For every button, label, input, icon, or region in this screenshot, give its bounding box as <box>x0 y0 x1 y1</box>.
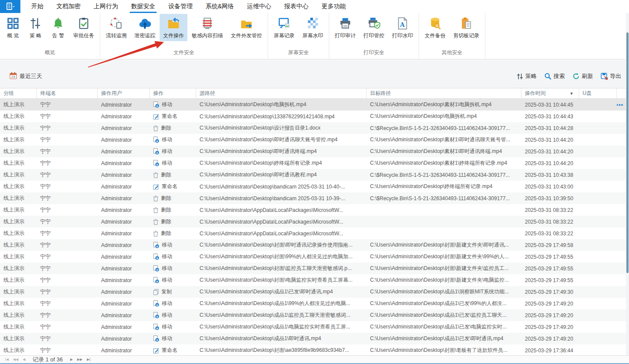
operation-label: 移动 <box>162 136 172 143</box>
table-row[interactable]: 线上演示宁宁Administrator重命名C:\Users\Administr… <box>0 110 626 122</box>
menu-tab-3[interactable]: 上网行为 <box>87 0 124 13</box>
table-row[interactable]: 线上演示宁宁Administrator移动C:\Users\Administra… <box>0 309 626 321</box>
vertical-scrollbar[interactable] <box>626 13 629 355</box>
menu-tab-8[interactable]: 报表中心 <box>278 0 315 13</box>
column-header-op[interactable]: 操作 <box>150 88 196 98</box>
toolbar-action-policy[interactable]: 策略 <box>517 72 537 80</box>
scrollbar-thumb[interactable] <box>626 32 629 273</box>
ribbon-button-overview[interactable]: 概 览 <box>2 14 24 41</box>
pager-last-button[interactable]: ▶| <box>85 358 92 361</box>
column-header-time[interactable]: 操作时间▼ <box>521 88 579 98</box>
column-header-user[interactable]: 操作用户 <box>98 88 150 98</box>
ribbon-button-flow-trace[interactable]: 流转追溯 <box>102 14 130 41</box>
table-row[interactable]: 线上演示宁宁Administrator移动C:\Users\Administra… <box>0 298 626 309</box>
menu-tab-6[interactable]: 系统&网络 <box>199 0 240 13</box>
table-row[interactable]: 线上演示宁宁Administrator重命名C:\Users\Administr… <box>0 181 626 192</box>
table-row[interactable]: 线上演示宁宁Administrator移动C:\Users\Administra… <box>0 134 626 146</box>
ribbon-button-screen-record[interactable]: 屏幕记录 <box>270 14 298 41</box>
app-menu-button[interactable] <box>0 0 20 13</box>
column-header-dst[interactable]: 目标路径 <box>367 88 521 98</box>
move-icon <box>153 277 159 283</box>
table-row[interactable]: 线上演示宁宁Administrator删除C:\Users\Administra… <box>0 204 626 216</box>
cell-group: 线上演示 <box>0 183 37 190</box>
pager-prev-page-button[interactable]: ◀◀ <box>12 358 20 361</box>
alarm-icon <box>52 17 65 30</box>
delete-icon <box>153 172 158 178</box>
ribbon-button-label: 文件外发管控 <box>231 32 262 39</box>
ribbon-button-policy[interactable]: 策 略 <box>25 14 46 41</box>
move-icon <box>153 324 159 330</box>
ribbon-button-file-backup[interactable]: 文件备份 <box>421 14 449 41</box>
ribbon-group-label: 其他安全 <box>421 47 483 59</box>
cell-operation: 移动 <box>150 101 196 108</box>
table-row[interactable]: 线上演示宁宁Administrator移动C:\Users\Administra… <box>0 146 626 157</box>
cell-operation-time: 2025-03-31 08:33:22 <box>521 219 579 225</box>
table-row[interactable]: 线上演示宁宁Administrator移动C:\Users\Administra… <box>0 274 626 286</box>
column-header-terminal[interactable]: 终端名 <box>37 88 98 98</box>
pager-first-button[interactable]: |◀ <box>3 358 10 361</box>
table-row[interactable]: 线上演示宁宁Administrator移动C:\Users\Administra… <box>0 99 626 110</box>
table-row[interactable]: 线上演示宁宁Administrator重命名C:\Users\Administr… <box>0 344 626 356</box>
menu-tab-2[interactable]: 文档加密 <box>50 0 87 13</box>
menu-tab-7[interactable]: 运维中心 <box>240 0 278 13</box>
column-header-group[interactable]: 分组 <box>0 88 37 98</box>
ribbon-button-leak-trace[interactable]: 泄密追踪 <box>131 14 159 41</box>
cell-operation: 移动 <box>150 335 196 342</box>
table-row[interactable]: 线上演示宁宁Administrator删除C:\Users\Administra… <box>0 216 626 228</box>
column-header-label: 终端名 <box>40 90 56 97</box>
cell-operation: 删除 <box>150 206 196 214</box>
ribbon-button-sensitive-scan[interactable]: 敏感内容扫描 <box>188 14 226 41</box>
pager-prev-button[interactable]: ◀ <box>21 358 26 361</box>
cell-source-path: C:\Users\Administrator\Desktop\成品1\已发\即时… <box>196 288 367 296</box>
ribbon-button-approval-tasks[interactable]: 审批任务 <box>70 14 98 41</box>
column-header-src[interactable]: 源路径 <box>196 88 367 98</box>
menu-tab-9[interactable]: 更多功能 <box>315 0 352 13</box>
column-header-usb[interactable]: U盘 <box>579 88 617 98</box>
search-icon <box>544 73 551 80</box>
ribbon-button-file-operation[interactable]: 文件操作 <box>160 14 187 41</box>
cell-operation: 重命名 <box>150 183 196 190</box>
table-row[interactable]: 线上演示宁宁Administrator移动C:\Users\Administra… <box>0 321 626 333</box>
ribbon-button-label: 文件备份 <box>425 32 446 39</box>
menu-tab-5[interactable]: 设备管理 <box>162 0 199 13</box>
row-more-actions-button[interactable]: ••• <box>617 101 623 108</box>
table-row[interactable]: 线上演示宁宁Administrator移动C:\Users\Administra… <box>0 251 626 263</box>
filter-toolbar: 23 最近三天 策略搜索刷新导出 <box>0 59 629 88</box>
ribbon-group: 打印审计打印管控A打印水印打印安全 <box>329 13 419 59</box>
ribbon-button-clipboard-record[interactable]: 剪切板记录 <box>450 14 483 41</box>
cell-group: 线上演示 <box>0 171 37 179</box>
ribbon-button-outgoing-control[interactable]: 文件外发管控 <box>227 14 265 41</box>
cell-operation-time: 2025-03-31 10:44:20 <box>521 160 579 166</box>
table-row[interactable]: 线上演示宁宁Administrator删除C:\Users\Administra… <box>0 228 626 239</box>
file-operation-icon <box>167 17 180 30</box>
table-row[interactable]: 线上演示宁宁Administrator移动C:\Users\Administra… <box>0 157 626 169</box>
cell-target-path: C:\Users\Administrator\Desktop\成品1\洞察眼MI… <box>367 288 521 296</box>
table-row[interactable]: 线上演示宁宁Administrator复制C:\Users\Administra… <box>0 286 626 298</box>
cell-user: Administrator <box>98 137 150 143</box>
toolbar-action-refresh[interactable]: 刷新 <box>573 72 593 80</box>
pager-next-button[interactable]: ▶ <box>69 358 74 361</box>
menu-tab-4[interactable]: 数据安全 <box>124 0 162 13</box>
date-range-filter[interactable]: 23 最近三天 <box>10 72 42 81</box>
table-row[interactable]: 线上演示宁宁Administrator移动C:\Users\Administra… <box>0 333 626 344</box>
menu-tab-1[interactable]: 开始 <box>25 0 50 13</box>
table-row[interactable]: 线上演示宁宁Administrator移动C:\Users\Administra… <box>0 263 626 274</box>
ribbon-button-print-watermark[interactable]: A打印水印 <box>389 14 416 41</box>
cell-user: Administrator <box>98 207 150 213</box>
cell-source-path: C:\Users\Administrator\Desktop\封面\监控员工聊天… <box>196 265 367 272</box>
cell-operation-time: 2025-03-29 17:49:20 <box>521 312 579 318</box>
pager-next-page-button[interactable]: ▶▶ <box>76 358 84 361</box>
table-row[interactable]: 线上演示宁宁Administrator删除C:\Users\Administra… <box>0 192 626 204</box>
cell-terminal: 宁宁 <box>37 288 98 296</box>
table-row[interactable]: 线上演示宁宁Administrator删除C:\Users\Administra… <box>0 122 626 134</box>
ribbon-button-print-control[interactable]: 打印管控 <box>360 14 388 41</box>
table-row[interactable]: 线上演示宁宁Administrator删除C:\Users\Administra… <box>0 169 626 181</box>
toolbar-action-search[interactable]: 搜索 <box>544 72 565 80</box>
ribbon-button-print-audit[interactable]: 打印审计 <box>331 14 359 41</box>
cell-target-path: C:\Users\Administrator\Desktop\素材1\即时通讯聊… <box>367 136 521 143</box>
table-row[interactable]: 线上演示宁宁Administrator移动C:\Users\Administra… <box>0 239 626 251</box>
ribbon-button-alarm[interactable]: 告 警 <box>47 14 69 41</box>
cell-target-path: C:\Users\Administrator\Desktop\婷终端所有记录.m… <box>367 183 521 190</box>
ribbon-button-screen-watermark[interactable]: 屏幕水印 <box>299 14 327 41</box>
toolbar-action-export[interactable]: 导出 <box>601 72 621 80</box>
